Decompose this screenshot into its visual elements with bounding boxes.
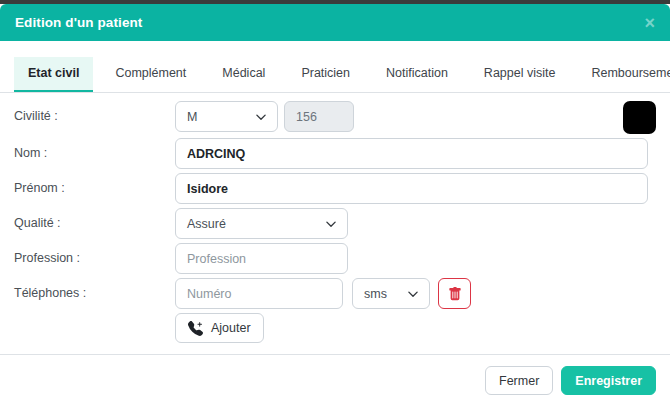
tab-praticien[interactable]: Praticien	[287, 57, 364, 92]
nom-label: Nom :	[14, 138, 175, 160]
tab-remboursement[interactable]: Remboursement	[577, 57, 670, 92]
telephones-row: Téléphones : sms	[14, 278, 656, 309]
modal-header: Edition d'un patient ×	[0, 4, 670, 41]
tab-bar: Etat civil Complément Médical Praticien …	[0, 57, 670, 93]
patient-form: Civilité : M Nom : Prénom : Qualité : As…	[0, 93, 670, 343]
modal-footer: Fermer Enregistrer	[0, 354, 670, 407]
close-button[interactable]: Fermer	[485, 366, 553, 395]
telephone-type-select[interactable]: sms	[352, 278, 430, 309]
chevron-down-icon	[255, 111, 267, 123]
tab-rappel-visite[interactable]: Rappel visite	[470, 57, 570, 92]
nom-row: Nom :	[14, 138, 656, 169]
profession-row: Profession :	[14, 243, 656, 274]
tab-complement[interactable]: Complément	[101, 57, 200, 92]
close-icon[interactable]: ×	[644, 14, 655, 32]
save-button[interactable]: Enregistrer	[561, 366, 656, 395]
phone-plus-icon	[188, 321, 211, 336]
add-telephone-row: Ajouter	[175, 313, 656, 343]
telephones-label: Téléphones :	[14, 278, 175, 300]
patient-number-field	[284, 101, 354, 132]
modal-title: Edition d'un patient	[15, 15, 142, 30]
tab-medical[interactable]: Médical	[208, 57, 279, 92]
civilite-label: Civilité :	[14, 101, 175, 123]
edit-patient-modal: Edition d'un patient × Etat civil Complé…	[0, 4, 670, 407]
tab-notification[interactable]: Notification	[372, 57, 462, 92]
chevron-down-icon	[325, 218, 337, 230]
civilite-select-value: M	[187, 110, 197, 124]
tab-etat-civil[interactable]: Etat civil	[14, 57, 93, 92]
civilite-select[interactable]: M	[175, 101, 278, 132]
trash-icon	[448, 287, 462, 301]
profession-field[interactable]	[175, 243, 348, 274]
prenom-row: Prénom :	[14, 173, 656, 204]
telephone-type-value: sms	[364, 287, 387, 301]
prenom-field[interactable]	[175, 173, 648, 204]
add-telephone-button[interactable]: Ajouter	[175, 313, 264, 343]
qualite-select[interactable]: Assuré	[175, 208, 348, 239]
delete-telephone-button[interactable]	[438, 278, 471, 309]
civilite-row: Civilité : M	[14, 101, 656, 134]
qualite-label: Qualité :	[14, 208, 175, 230]
prenom-label: Prénom :	[14, 173, 175, 195]
telephone-number-field[interactable]	[175, 278, 343, 309]
color-swatch[interactable]	[623, 101, 656, 134]
add-telephone-label: Ajouter	[211, 321, 251, 335]
chevron-down-icon	[407, 288, 419, 300]
qualite-row: Qualité : Assuré	[14, 208, 656, 239]
profession-label: Profession :	[14, 243, 175, 265]
nom-field[interactable]	[175, 138, 648, 169]
qualite-select-value: Assuré	[187, 217, 226, 231]
